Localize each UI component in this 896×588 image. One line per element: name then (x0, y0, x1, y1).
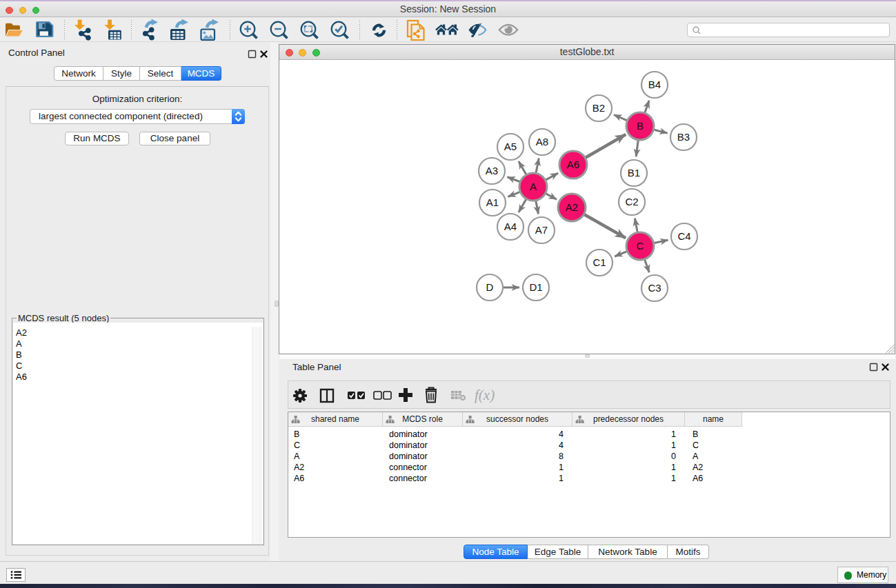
svg-text:A5: A5 (504, 141, 517, 152)
svg-text:A7: A7 (535, 224, 548, 236)
svg-text:A8: A8 (536, 136, 548, 148)
svg-text:A1: A1 (486, 196, 499, 208)
svg-text:D: D (486, 281, 494, 293)
svg-text:C3: C3 (648, 282, 661, 294)
svg-text:A2: A2 (566, 201, 578, 213)
svg-text:B: B (637, 120, 644, 132)
svg-text:A4: A4 (504, 221, 517, 232)
svg-text:D1: D1 (529, 281, 542, 293)
svg-text:A3: A3 (486, 165, 498, 176)
svg-text:B4: B4 (648, 79, 661, 90)
svg-text:B3: B3 (677, 131, 690, 143)
svg-text:A6: A6 (567, 159, 579, 170)
svg-text:B2: B2 (593, 102, 605, 114)
svg-text:C2: C2 (625, 196, 638, 207)
svg-text:f(x): f(x) (475, 387, 495, 403)
svg-text:C: C (637, 240, 644, 252)
svg-text:B1: B1 (628, 167, 640, 179)
svg-text:C1: C1 (593, 256, 606, 268)
svg-text:C4: C4 (677, 230, 690, 242)
svg-text:A: A (530, 181, 537, 192)
